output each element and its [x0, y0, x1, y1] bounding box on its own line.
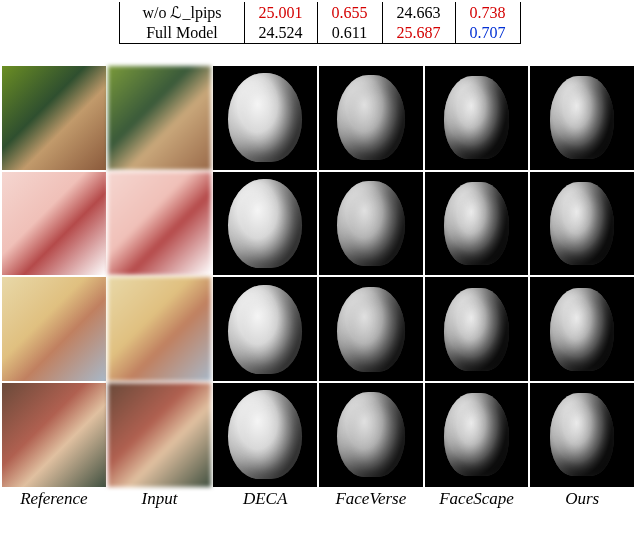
cell: 25.687 — [382, 23, 455, 44]
input-image — [108, 383, 212, 487]
col-label: Input — [108, 489, 212, 509]
input-image — [108, 66, 212, 170]
table-row: Full Model 24.524 0.611 25.687 0.707 — [120, 23, 520, 44]
comparison-grid — [0, 66, 640, 487]
row-label: w/o ℒ_lpips — [120, 2, 244, 23]
deca-render — [213, 277, 317, 381]
faceverse-render — [319, 172, 423, 276]
cell: 24.663 — [382, 2, 455, 23]
col-label: FaceVerse — [319, 489, 423, 509]
facescape-render — [425, 66, 529, 170]
ablation-table: w/o ℒ_lpips 25.001 0.655 24.663 0.738 Fu… — [119, 2, 520, 44]
cell: 0.707 — [455, 23, 520, 44]
ours-render — [530, 383, 634, 487]
ours-render — [530, 66, 634, 170]
cell: 0.655 — [317, 2, 382, 23]
col-label: DECA — [213, 489, 317, 509]
row-label: Full Model — [120, 23, 244, 44]
input-image — [108, 277, 212, 381]
faceverse-render — [319, 66, 423, 170]
ours-render — [530, 172, 634, 276]
col-label: Reference — [2, 489, 106, 509]
col-label: FaceScape — [425, 489, 529, 509]
cell: 24.524 — [244, 23, 317, 44]
facescape-render — [425, 277, 529, 381]
faceverse-render — [319, 383, 423, 487]
cell: 25.001 — [244, 2, 317, 23]
deca-render — [213, 66, 317, 170]
reference-image — [2, 277, 106, 381]
cell: 0.611 — [317, 23, 382, 44]
deca-render — [213, 383, 317, 487]
row-label-text: w/o ℒ_lpips — [142, 4, 221, 21]
reference-image — [2, 66, 106, 170]
table-row: w/o ℒ_lpips 25.001 0.655 24.663 0.738 — [120, 2, 520, 23]
reference-image — [2, 383, 106, 487]
cell: 0.738 — [455, 2, 520, 23]
column-labels: Reference Input DECA FaceVerse FaceScape… — [0, 487, 640, 513]
facescape-render — [425, 383, 529, 487]
faceverse-render — [319, 277, 423, 381]
input-image — [108, 172, 212, 276]
reference-image — [2, 172, 106, 276]
deca-render — [213, 172, 317, 276]
col-label: Ours — [530, 489, 634, 509]
facescape-render — [425, 172, 529, 276]
ablation-table-wrap: w/o ℒ_lpips 25.001 0.655 24.663 0.738 Fu… — [0, 2, 640, 44]
ours-render — [530, 277, 634, 381]
